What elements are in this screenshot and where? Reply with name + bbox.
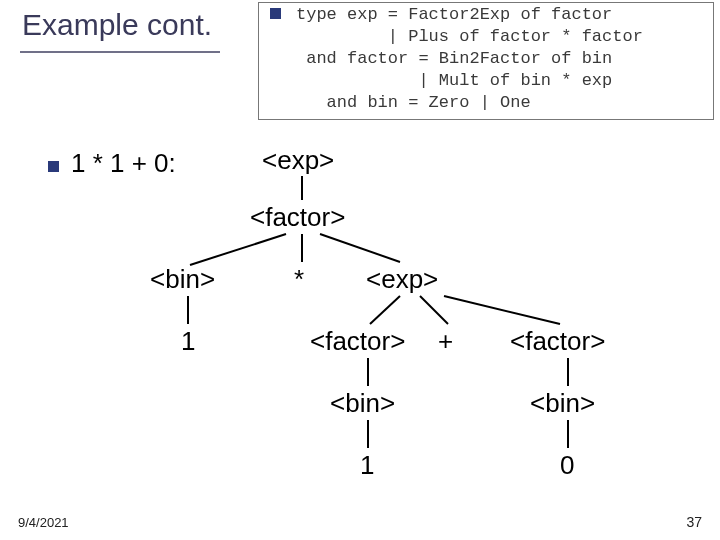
node-star: * <box>294 264 304 295</box>
node-one: 1 <box>360 450 374 481</box>
node-exp: <exp> <box>262 145 334 176</box>
svg-line-7 <box>444 296 560 324</box>
expression-bullet: 1 * 1 + 0: <box>48 148 176 179</box>
node-factor: <factor> <box>310 326 405 357</box>
type-definition: type exp = Factor2Exp of factor | Plus o… <box>296 4 643 114</box>
page-title: Example cont. <box>22 8 212 42</box>
expression-text: 1 * 1 + 0: <box>71 148 176 178</box>
node-bin: <bin> <box>330 388 395 419</box>
node-zero: 0 <box>560 450 574 481</box>
svg-line-5 <box>370 296 400 324</box>
node-factor: <factor> <box>510 326 605 357</box>
svg-line-6 <box>420 296 448 324</box>
code-line: | Plus of factor * factor <box>296 27 643 46</box>
title-underline <box>20 51 220 53</box>
code-line: and factor = Bin2Factor of bin <box>296 49 612 68</box>
code-line: | Mult of bin * exp <box>296 71 612 90</box>
node-exp: <exp> <box>366 264 438 295</box>
node-bin: <bin> <box>150 264 215 295</box>
svg-line-1 <box>190 234 286 265</box>
node-factor: <factor> <box>250 202 345 233</box>
svg-line-3 <box>320 234 400 262</box>
bullet-icon <box>270 8 281 19</box>
node-bin: <bin> <box>530 388 595 419</box>
node-plus: + <box>438 326 453 357</box>
node-one: 1 <box>181 326 195 357</box>
code-line: and bin = Zero | One <box>296 93 531 112</box>
footer-page-number: 37 <box>686 514 702 530</box>
code-line: type exp = Factor2Exp of factor <box>296 5 612 24</box>
footer-date: 9/4/2021 <box>18 515 69 530</box>
bullet-icon <box>48 161 59 172</box>
